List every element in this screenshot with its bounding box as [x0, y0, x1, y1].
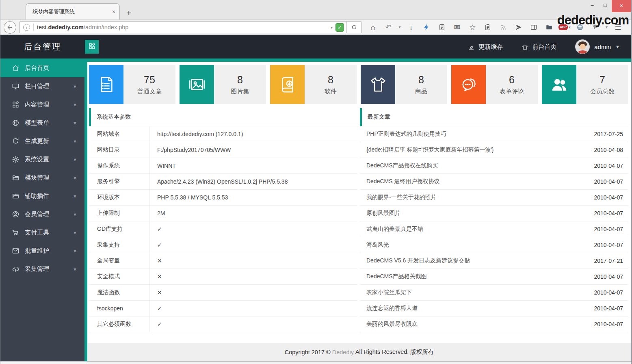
article-row: 武夷山的美景真是不错 2010-04-07 [360, 221, 628, 237]
stat-label: 软件 [325, 88, 337, 95]
cloud-icon [11, 265, 19, 273]
article-title-link[interactable]: 流连忘返的香樟大道 [366, 305, 418, 312]
stat-label: 普通文章 [137, 88, 162, 95]
article-title-link[interactable]: 我的眼界-一些关于花的照片 [366, 194, 437, 201]
stat-card[interactable]: 8 软件 [270, 65, 357, 104]
system-info-title: 系统基本参数 [89, 108, 357, 126]
article-title-link[interactable]: 原创风景图片 [366, 210, 400, 217]
sidebar-item[interactable]: 采集管理 ▼ [0, 260, 84, 278]
article-title-link[interactable]: 武夷山的美景真是不错 [366, 225, 423, 233]
stat-card[interactable]: 75 普通文章 [89, 65, 175, 104]
article-row: 农家小院丝瓜架下 2010-04-07 [360, 285, 628, 301]
downloads-icon[interactable]: ↓ [404, 24, 418, 31]
sidebar-item[interactable]: 栏目管理 ▼ [0, 77, 84, 95]
article-row: 流连忘返的香樟大道 2010-04-07 [360, 301, 628, 316]
admin-header: 后台管理 更新缓存 前台首页 admin ▼ [0, 35, 631, 58]
urlbar-dropdown-icon[interactable]: ▾ [331, 25, 333, 30]
browser-tab[interactable]: 织梦内容管理系统 × [26, 3, 120, 20]
bookmark-star-icon[interactable]: ☆ [466, 24, 479, 31]
article-title-link[interactable]: DedeCMS产品授权在线购买 [366, 162, 438, 169]
folder-icon [11, 192, 19, 200]
folder-icon [11, 174, 19, 182]
shirt-icon [361, 65, 395, 104]
stat-card[interactable]: 6 表单评论 [451, 65, 538, 104]
page-title: 后台管理 [24, 41, 61, 52]
article-date: 2010-04-07 [594, 242, 623, 248]
sidebar-item[interactable]: 生成更新 ▼ [0, 132, 84, 150]
reader-icon[interactable] [435, 24, 448, 31]
system-param-row: GD库支持 ✓ [89, 221, 357, 237]
article-date: 2010-04-07 [594, 305, 623, 312]
url-text[interactable]: test.dedediy.com/admin/index.php [37, 24, 128, 30]
clipboard-icon[interactable] [481, 24, 495, 31]
mail-icon[interactable]: ✉ [450, 24, 464, 31]
stat-card[interactable]: 8 图片集 [180, 65, 266, 104]
article-row: {dede:招聘启事 标题='织梦大家庭新年招募第一波'} 2010-04-08 [360, 142, 628, 158]
sidebar-item-label: 内容管理 [25, 101, 49, 108]
article-title-link[interactable]: 农家小院丝瓜架下 [366, 289, 412, 296]
front-home-button[interactable]: 前台首页 [522, 43, 556, 51]
clear-cache-button[interactable]: 更新缓存 [468, 43, 503, 51]
sidebar-item[interactable]: 后台首页 [0, 58, 84, 77]
stat-card[interactable]: 7 会员总数 [542, 65, 628, 104]
article-title-link[interactable]: 美丽的风景尽收眼底 [366, 321, 418, 328]
grid-icon [88, 42, 96, 52]
param-label: 全局变量 [89, 253, 150, 269]
window-icon[interactable] [527, 24, 541, 31]
document-icon [89, 65, 123, 104]
close-button[interactable]: × [612, 0, 631, 12]
rss-icon[interactable] [496, 24, 510, 31]
globe-icon [11, 119, 19, 127]
monitor-icon [11, 82, 19, 91]
sidebar-item[interactable]: 系统设置 ▼ [0, 150, 84, 169]
history-dropdown-icon[interactable]: ▾ [397, 25, 403, 29]
param-value: ✕ [150, 285, 162, 300]
apps-grid-button[interactable] [85, 40, 99, 54]
new-tab-button[interactable]: + [126, 9, 131, 17]
article-title-link[interactable]: 海岛风光 [366, 241, 389, 249]
sidebar-item[interactable]: 会员管理 ▼ [0, 205, 84, 223]
home-icon[interactable]: ⌂ [366, 23, 380, 31]
undo-icon[interactable]: ↶ [382, 24, 395, 31]
article-title-link[interactable]: DedeCMS产品相关截图 [366, 273, 427, 280]
stat-label: 表单评论 [500, 88, 524, 95]
username: admin [594, 43, 611, 50]
tab-close-icon[interactable]: × [112, 9, 115, 15]
param-label: 服务引擎 [89, 174, 150, 189]
tab-title: 织梦内容管理系统 [32, 8, 75, 15]
minimize-button[interactable]: – [586, 0, 599, 11]
send-icon[interactable] [512, 24, 525, 31]
browser-chrome: 织梦内容管理系统 × + – □ × dedediy.com i test.de… [0, 0, 631, 35]
stat-value: 8 [418, 74, 424, 86]
sidebar-item[interactable]: 支付工具 ▼ [0, 223, 84, 242]
sidebar-item[interactable]: 内容管理 ▼ [0, 95, 84, 114]
maximize-button[interactable]: □ [599, 0, 612, 11]
stat-card[interactable]: 8 商品 [361, 65, 447, 104]
article-title-link[interactable]: PHP正则表达式的几则使用技巧 [366, 130, 446, 138]
article-row: 我的眼界-一些关于花的照片 2010-04-07 [360, 190, 628, 206]
url-bar[interactable]: i test.dedediy.com/admin/index.php ▾ ✓ [19, 21, 361, 33]
tab-bar: 织梦内容管理系统 × + – □ × dedediy.com [0, 0, 631, 20]
system-param-row: 环境版本 PHP 5.5.38 / MYSQL 5.5.53 [89, 190, 357, 206]
watermark-text: dedediy.com [557, 14, 629, 26]
article-title-link[interactable]: DedeCMS 最终用户授权协议 [366, 178, 439, 185]
article-row: DedeCMS 最终用户授权协议 2010-04-07 [360, 174, 628, 190]
sidebar-item[interactable]: 模块管理 ▼ [0, 169, 84, 187]
sidebar-item[interactable]: 批量维护 ▼ [0, 242, 84, 260]
article-title-link[interactable]: DedeCMS V5.6 开发日志及新建议提交贴 [366, 257, 470, 264]
reload-icon[interactable] [346, 21, 361, 33]
sidebar-item[interactable]: 模型表单 ▼ [0, 114, 84, 132]
info-icon[interactable]: i [23, 24, 30, 31]
thunderbird-icon[interactable] [420, 24, 433, 31]
article-date: 2017-07-21 [594, 258, 623, 264]
back-icon[interactable] [4, 21, 16, 34]
user-menu[interactable]: admin ▼ [575, 39, 620, 54]
shield-icon[interactable]: ✓ [335, 23, 344, 32]
chevron-down-icon: ▼ [73, 194, 77, 199]
sidebar-item[interactable]: 辅助插件 ▼ [0, 187, 84, 205]
stat-label: 会员总数 [590, 88, 615, 95]
param-value: PHP 5.5.38 / MYSQL 5.5.53 [150, 190, 228, 205]
folder-icon[interactable] [543, 24, 556, 31]
system-param-row: 上传限制 2M [89, 206, 357, 221]
article-title-link[interactable]: {dede:招聘启事 标题='织梦大家庭新年招募第一波'} [366, 146, 494, 154]
